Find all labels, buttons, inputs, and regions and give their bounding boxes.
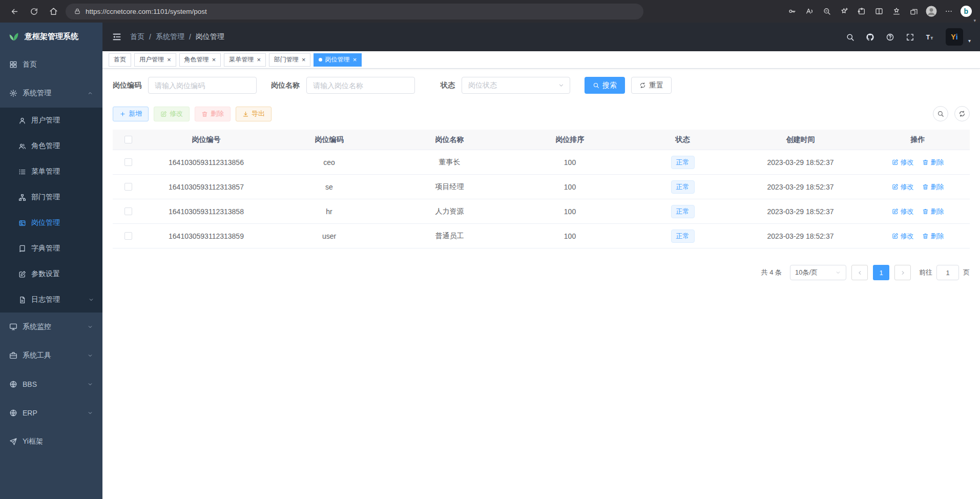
sidebar-group-system[interactable]: 系统管理 <box>0 79 102 108</box>
sidebar-group[interactable]: 系统工具 <box>0 341 102 370</box>
browser-home-icon[interactable] <box>45 3 61 19</box>
tab-close-icon[interactable]: × <box>352 56 357 63</box>
row-delete-button[interactable]: 删除 <box>922 232 944 241</box>
refresh-table-button[interactable] <box>954 106 970 121</box>
browser-address-bar[interactable]: https://ccnetcore.com:1101/system/post <box>66 4 643 19</box>
add-button[interactable]: 新增 <box>113 107 149 121</box>
sidebar-subitem[interactable]: 字典管理 <box>0 236 102 261</box>
search-button[interactable]: 搜索 <box>585 77 625 94</box>
breadcrumb-home[interactable]: 首页 <box>130 32 144 41</box>
row-delete-button[interactable]: 删除 <box>922 158 944 167</box>
breadcrumb-system: 系统管理 <box>156 32 184 41</box>
tab-close-icon[interactable]: × <box>302 56 306 63</box>
tab-close-icon[interactable]: × <box>257 56 261 63</box>
font-size-icon[interactable]: TT <box>926 33 934 41</box>
row-edit-button[interactable]: 修改 <box>892 182 914 192</box>
page-size-select[interactable]: 10条/页 <box>790 265 846 280</box>
view-tab[interactable]: 部门管理 × <box>269 53 311 67</box>
app-logo[interactable]: 意框架管理系统 <box>0 23 102 50</box>
post-sort-cell: 100 <box>510 158 630 167</box>
row-checkbox[interactable] <box>124 232 132 240</box>
status-badge[interactable]: 正常 <box>671 230 695 243</box>
extensions-icon[interactable] <box>854 3 869 19</box>
user-menu-caret-icon[interactable]: ▾ <box>968 38 971 44</box>
tab-close-icon[interactable]: × <box>167 56 171 63</box>
sidebar-toggle-icon[interactable] <box>112 32 122 42</box>
sidebar-group[interactable]: 系统监控 <box>0 313 102 341</box>
view-tab[interactable]: 菜单管理 × <box>224 53 266 67</box>
favorites-bar-icon[interactable] <box>889 3 904 19</box>
sidebar-group[interactable]: ERP <box>0 399 102 427</box>
sidebar-subitem[interactable]: 参数设置 <box>0 261 102 287</box>
github-icon[interactable] <box>866 33 874 41</box>
post-name-label: 岗位名称 <box>271 81 300 90</box>
goto-page-input[interactable] <box>936 265 959 280</box>
status-select[interactable]: 岗位状态 <box>462 77 570 94</box>
bing-icon[interactable]: b <box>958 3 974 19</box>
org-tree-icon <box>18 194 26 201</box>
table-row: 1641030593112313858 hr 人力资源 100 正常 2023-… <box>113 199 970 224</box>
sidebar-subitem[interactable]: 菜单管理 <box>0 159 102 184</box>
view-tab[interactable]: 首页 × <box>109 53 131 67</box>
help-icon[interactable] <box>886 33 894 41</box>
dict-book-icon <box>18 245 26 253</box>
header-search-icon[interactable] <box>846 33 854 41</box>
status-badge[interactable]: 正常 <box>671 156 695 169</box>
tab-close-icon[interactable]: × <box>212 56 216 63</box>
modify-button[interactable]: 修改 <box>154 107 190 121</box>
column-header: 岗位排序 <box>510 135 630 144</box>
globe-icon <box>9 409 17 417</box>
browser-refresh-icon[interactable] <box>26 3 42 19</box>
page-info-icon[interactable] <box>74 8 81 15</box>
post-code-input[interactable] <box>148 77 257 94</box>
table-header-row: 岗位编号 岗位编码 岗位名称 岗位排序 状态 创建时间 操作 <box>113 130 970 150</box>
sidebar-subitem[interactable]: 用户管理 <box>0 108 102 133</box>
browser-back-icon[interactable] <box>6 3 23 19</box>
split-screen-icon[interactable] <box>871 3 887 19</box>
row-checkbox[interactable] <box>124 183 132 191</box>
post-id-cell: 1641030593112313859 <box>143 232 269 240</box>
browser-profile-icon[interactable] <box>924 3 939 19</box>
sidebar-subitem-label: 用户管理 <box>31 116 60 125</box>
user-avatar[interactable]: Yi <box>946 28 963 46</box>
row-checkbox[interactable] <box>124 207 132 215</box>
select-all-checkbox[interactable] <box>124 136 132 143</box>
prev-page-button[interactable] <box>851 265 868 280</box>
row-delete-button[interactable]: 删除 <box>922 207 944 216</box>
sidebar-item-home[interactable]: 首页 <box>0 50 102 79</box>
sidebar-group[interactable]: BBS <box>0 370 102 399</box>
collections-icon[interactable] <box>906 3 922 19</box>
view-tab[interactable]: 岗位管理 × <box>314 53 362 67</box>
zoom-icon[interactable] <box>819 3 835 19</box>
next-page-button[interactable] <box>894 265 911 280</box>
post-name-input[interactable] <box>306 77 415 94</box>
reset-button[interactable]: 重置 <box>631 77 672 94</box>
view-tab[interactable]: 角色管理 × <box>179 53 221 67</box>
browser-menu-icon[interactable] <box>941 3 956 19</box>
sidebar-item-yi-framework[interactable]: Yi框架 <box>0 427 102 456</box>
password-key-icon[interactable] <box>784 3 800 19</box>
sidebar-subitem[interactable]: 岗位管理 <box>0 210 102 236</box>
fullscreen-icon[interactable] <box>906 33 914 41</box>
view-tab[interactable]: 用户管理 × <box>134 53 176 67</box>
browser-dropdown-caret[interactable]: ▾ <box>973 18 976 23</box>
status-badge[interactable]: 正常 <box>671 205 695 218</box>
sidebar-subitem[interactable]: 部门管理 <box>0 184 102 210</box>
row-edit-button[interactable]: 修改 <box>892 232 914 241</box>
page-number-1[interactable]: 1 <box>873 265 889 280</box>
delete-button[interactable]: 删除 <box>195 107 231 121</box>
row-delete-button[interactable]: 删除 <box>922 182 944 192</box>
add-favorite-icon[interactable] <box>837 3 852 19</box>
toggle-search-button[interactable] <box>933 106 948 121</box>
row-edit-button[interactable]: 修改 <box>892 207 914 216</box>
row-edit-button[interactable]: 修改 <box>892 158 914 167</box>
read-aloud-icon[interactable] <box>802 3 817 19</box>
status-badge[interactable]: 正常 <box>671 180 695 194</box>
post-table: 岗位编号 岗位编码 岗位名称 岗位排序 状态 创建时间 操作 164 <box>113 130 970 248</box>
sidebar-subitem[interactable]: 日志管理 <box>0 287 102 313</box>
post-name-cell: 人力资源 <box>389 207 510 216</box>
export-button[interactable]: 导出 <box>236 107 272 121</box>
row-checkbox[interactable] <box>124 158 132 166</box>
sidebar-subitem-label: 部门管理 <box>31 193 60 202</box>
sidebar-subitem[interactable]: 角色管理 <box>0 133 102 159</box>
